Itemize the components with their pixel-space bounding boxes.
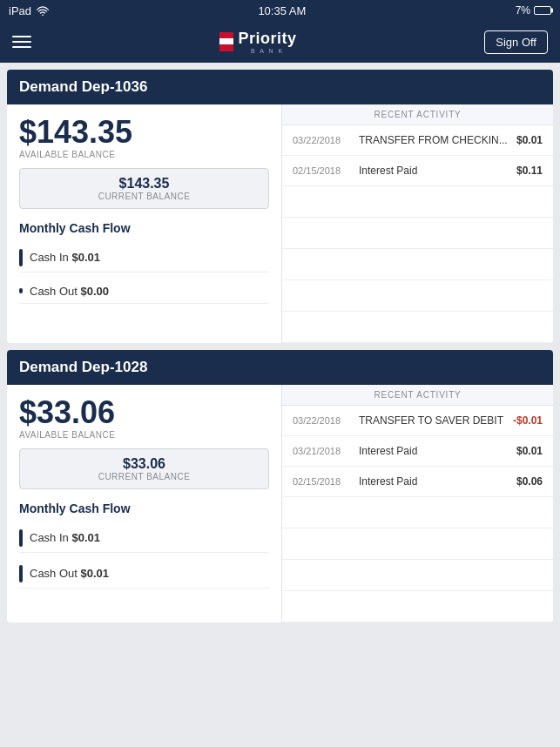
current-balance-label-1: CURRENT BALANCE (30, 472, 258, 481)
available-label-0: AVAILABLE BALANCE (19, 150, 269, 159)
activity-amount-0-1: $0.11 (516, 165, 543, 177)
logo-subtitle: B A N K (239, 48, 297, 54)
activity-desc-1-2: Interest Paid (354, 475, 516, 488)
cash-out-label-1: Cash Out $0.01 (30, 567, 109, 580)
activity-amount-1-2: $0.06 (516, 475, 543, 488)
empty-row-0-2 (282, 249, 553, 280)
activity-desc-1-1: Interest Paid (354, 445, 516, 457)
account-header-1: Demand Dep-1028 (7, 350, 553, 385)
cash-out-row-0: Cash Out $0.00 (19, 279, 269, 304)
svg-rect-3 (219, 44, 233, 51)
activity-date-1-1: 03/21/2018 (293, 446, 354, 456)
current-balance-label-0: CURRENT BALANCE (30, 192, 258, 201)
activity-amount-1-1: $0.01 (516, 445, 543, 457)
recent-activity-header-1: RECENT ACTIVITY (282, 385, 553, 406)
logo-flag-icon (219, 32, 233, 51)
status-right: 7% (516, 4, 551, 17)
activity-row-0-0[interactable]: 03/22/2018TRANSFER FROM CHECKIN...$0.01 (282, 125, 553, 156)
wifi-icon (37, 5, 49, 16)
svg-rect-2 (219, 38, 233, 44)
activity-date-1-2: 02/15/2018 (293, 476, 354, 487)
activity-row-0-1[interactable]: 02/15/2018Interest Paid$0.11 (282, 156, 553, 186)
empty-row-0-0 (282, 186, 553, 218)
time-display: 10:35 AM (258, 4, 306, 17)
activity-date-0-1: 02/15/2018 (293, 165, 354, 176)
cash-out-row-1: Cash Out $0.01 (19, 560, 269, 589)
available-amount-0: $143.35 (19, 115, 269, 150)
account-header-0: Demand Dep-1036 (7, 70, 553, 104)
available-amount-1: $33.06 (19, 395, 269, 430)
empty-row-0-3 (282, 280, 553, 312)
empty-row-1-1 (282, 528, 553, 560)
account-card-1: Demand Dep-1028$33.06AVAILABLE BALANCE$3… (7, 350, 553, 622)
recent-activity-header-0: RECENT ACTIVITY (282, 104, 553, 125)
current-balance-amount-0: $143.35 (30, 176, 258, 192)
cash-flow-title-1: Monthly Cash Flow (19, 501, 269, 515)
account-card-0: Demand Dep-1036$143.35AVAILABLE BALANCE$… (7, 70, 553, 343)
current-balance-box-0: $143.35CURRENT BALANCE (19, 168, 269, 209)
status-left: iPad (9, 4, 49, 17)
activity-row-1-2[interactable]: 02/15/2018Interest Paid$0.06 (282, 467, 553, 497)
activity-desc-1-0: TRANSFER TO SAVER DEBIT (354, 414, 513, 427)
svg-rect-1 (219, 32, 233, 38)
cash-in-row-0: Cash In $0.01 (19, 244, 269, 273)
empty-row-0-4 (282, 312, 553, 343)
empty-row-1-0 (282, 497, 553, 528)
empty-row-1-2 (282, 560, 553, 591)
activity-date-0-0: 03/22/2018 (293, 135, 354, 145)
battery-percent: 7% (516, 4, 530, 17)
current-balance-box-1: $33.06CURRENT BALANCE (19, 448, 269, 489)
logo-text: Priority (239, 30, 297, 47)
empty-row-1-3 (282, 591, 553, 622)
hamburger-menu[interactable] (12, 36, 31, 48)
cash-out-label-0: Cash Out $0.00 (30, 285, 109, 298)
logo: Priority B A N K (219, 30, 297, 54)
status-bar: iPad 10:35 AM 7% (0, 0, 560, 21)
activity-amount-1-0: -$0.01 (513, 414, 543, 427)
activity-row-1-1[interactable]: 03/21/2018Interest Paid$0.01 (282, 436, 553, 467)
current-balance-amount-1: $33.06 (30, 456, 258, 472)
cash-in-label-1: Cash In $0.01 (30, 531, 100, 544)
activity-date-1-0: 03/22/2018 (293, 415, 354, 426)
cash-in-label-0: Cash In $0.01 (30, 251, 100, 264)
nav-bar: Priority B A N K Sign Off (0, 21, 560, 63)
activity-desc-0-0: TRANSFER FROM CHECKIN... (354, 134, 516, 146)
battery-icon (534, 6, 551, 15)
empty-row-0-1 (282, 218, 553, 249)
cash-flow-title-0: Monthly Cash Flow (19, 221, 269, 235)
svg-point-0 (42, 14, 44, 16)
activity-row-1-0[interactable]: 03/22/2018TRANSFER TO SAVER DEBIT-$0.01 (282, 406, 553, 436)
sign-out-button[interactable]: Sign Off (484, 30, 548, 54)
activity-desc-0-1: Interest Paid (354, 165, 516, 177)
main-content: Demand Dep-1036$143.35AVAILABLE BALANCE$… (0, 63, 560, 747)
available-label-1: AVAILABLE BALANCE (19, 430, 269, 440)
device-label: iPad (9, 4, 31, 17)
activity-amount-0-0: $0.01 (516, 134, 543, 146)
cash-in-row-1: Cash In $0.01 (19, 524, 269, 553)
